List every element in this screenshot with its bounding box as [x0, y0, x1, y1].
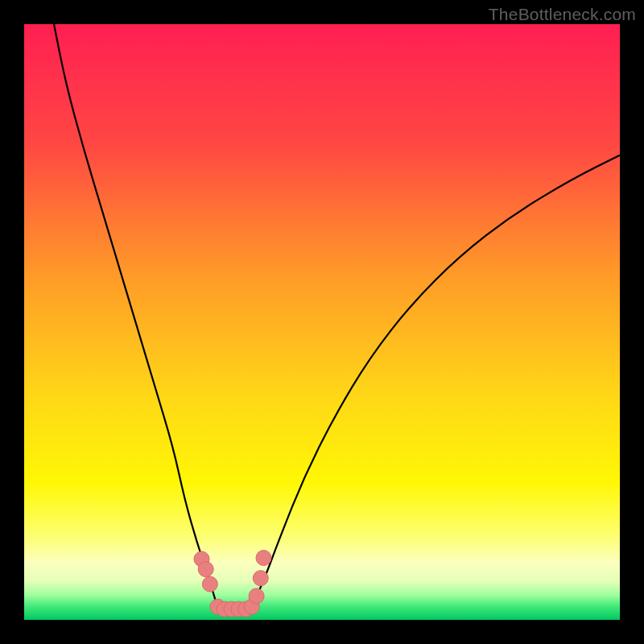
sample-point [253, 571, 268, 586]
plot-area [24, 24, 620, 620]
sample-point [249, 588, 264, 604]
chart-frame: TheBottleneck.com [0, 0, 644, 644]
sample-point [256, 551, 271, 566]
chart-svg [24, 24, 620, 620]
watermark-text: TheBottleneck.com [489, 5, 636, 24]
gradient-background [24, 24, 620, 620]
sample-point [198, 562, 213, 577]
sample-point [202, 576, 217, 592]
